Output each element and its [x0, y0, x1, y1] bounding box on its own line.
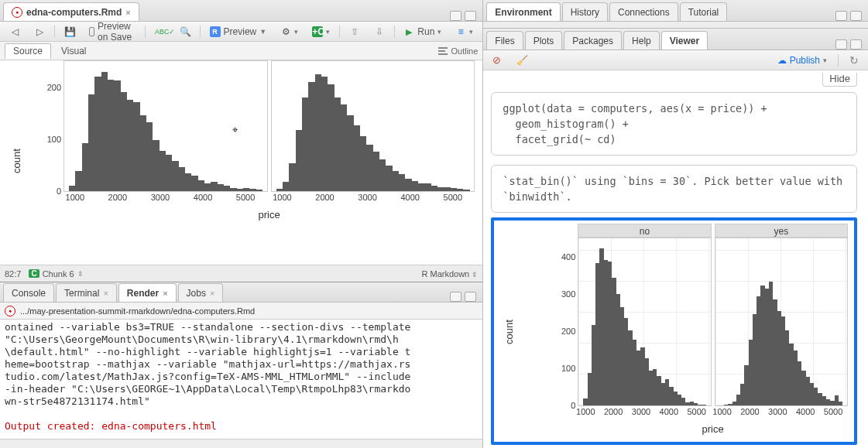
source-statusbar: 82:7 C Chunk 6 ⇕ R Markdown ⇕ — [0, 265, 482, 282]
save-icon: 💾 — [64, 26, 75, 37]
insert-chunk-button[interactable]: +C▾ — [307, 25, 335, 39]
render-output[interactable]: ontained --variable bs3=TRUE --standalon… — [0, 320, 482, 439]
tab-render[interactable]: Render× — [118, 283, 177, 302]
render-header: ● .../may-presentation-summit-rmarkdown/… — [0, 303, 482, 320]
close-icon[interactable]: × — [103, 289, 108, 298]
cursor-position: 82:7 — [5, 269, 21, 279]
knit-button[interactable]: R Preview ▼ — [205, 25, 272, 39]
broom-icon: 🧹 — [516, 55, 528, 66]
preview-on-save-toggle[interactable]: Preview on Save — [84, 19, 141, 44]
gear-icon: ⚙ — [280, 26, 291, 37]
checkbox-icon — [89, 27, 94, 36]
tab-environment[interactable]: Environment — [486, 2, 560, 21]
forward-button[interactable]: ▷ — [29, 25, 50, 39]
publish-source-button[interactable]: ≡▾ — [451, 25, 478, 39]
chevron-down-icon: ▼ — [259, 28, 266, 36]
tab-jobs[interactable]: Jobs× — [178, 283, 224, 302]
minimize-env-button[interactable] — [835, 11, 847, 21]
viewer-toolbar: ⊘ 🧹 ☁ Publish ▾ ↻ — [483, 50, 868, 70]
close-icon[interactable]: × — [163, 289, 167, 298]
maximize-console-button[interactable] — [465, 292, 476, 302]
viewer-tabstrip: Files Plots Packages Help Viewer — [483, 29, 868, 50]
tab-plots[interactable]: Plots — [525, 31, 563, 50]
tab-console[interactable]: Console — [3, 283, 54, 302]
render-path: .../may-presentation-summit-rmarkdown/ed… — [20, 306, 255, 316]
run-label: Run — [417, 26, 434, 37]
plus-chunk-icon: +C — [312, 26, 323, 37]
maximize-viewer-button[interactable] — [850, 39, 862, 50]
chunk-selector[interactable]: C Chunk 6 ⇕ — [29, 269, 83, 279]
publish-icon: ≡ — [455, 26, 466, 37]
run-icon: ▶ — [403, 26, 414, 37]
save-button[interactable]: 💾 — [60, 25, 80, 39]
file-tab[interactable]: ● edna-computers.Rmd × — [3, 2, 139, 21]
stop-icon: ⊘ — [492, 54, 501, 66]
editor-mode-tabs: Source Visual Outline — [0, 42, 482, 60]
tab-terminal[interactable]: Terminal× — [56, 283, 117, 302]
minimize-pane-button[interactable] — [450, 11, 461, 21]
spellcheck-icon: ABC✓ — [155, 26, 166, 37]
chevron-left-icon: ◁ — [9, 26, 20, 37]
close-icon[interactable]: × — [125, 8, 130, 17]
stop-button[interactable]: ⊘ — [488, 53, 506, 67]
file-tab-label: edna-computers.Rmd — [26, 7, 122, 18]
tab-connections[interactable]: Connections — [609, 2, 678, 21]
arrow-up-icon: ⇧ — [349, 26, 360, 37]
find-button[interactable]: 🔍 — [175, 25, 195, 39]
search-icon: 🔍 — [180, 26, 190, 37]
language-selector[interactable]: R Markdown ⇕ — [422, 269, 479, 279]
close-icon[interactable]: × — [210, 289, 214, 298]
chevron-right-icon: ▷ — [34, 26, 45, 37]
tab-help[interactable]: Help — [623, 31, 660, 50]
env-tabstrip: Environment History Connections Tutorial — [483, 0, 868, 22]
viewer-chart-output: countno010020030040010002000300040005000… — [491, 217, 857, 445]
tab-files[interactable]: Files — [486, 31, 523, 50]
outline-icon — [438, 47, 448, 55]
arrow-down-icon: ⇩ — [374, 26, 385, 37]
viewer-content[interactable]: Hide ggplot(data = computers, aes(x = pr… — [483, 70, 868, 448]
hide-button[interactable]: Hide — [822, 73, 857, 87]
console-scrollbar[interactable] — [0, 439, 482, 448]
publish-cloud-icon: ☁ — [777, 55, 787, 66]
spellcheck-button[interactable]: ABC✓ — [150, 25, 170, 39]
clear-button[interactable]: 🧹 — [512, 53, 533, 67]
back-button[interactable]: ◁ — [5, 25, 25, 39]
maximize-env-button[interactable] — [850, 11, 862, 21]
refresh-button[interactable]: ↻ — [845, 53, 863, 68]
tab-visual[interactable]: Visual — [53, 43, 94, 59]
maximize-pane-button[interactable] — [465, 11, 476, 21]
tab-history[interactable]: History — [562, 2, 608, 21]
viewer-code-block: ggplot(data = computers, aes(x = price))… — [491, 92, 857, 156]
viewer-message-block: `stat_bin()` using `bins = 30`. Pick bet… — [491, 165, 857, 213]
tab-packages[interactable]: Packages — [564, 31, 622, 50]
minimize-console-button[interactable] — [450, 292, 461, 302]
chunk-down-button[interactable]: ⇩ — [369, 25, 389, 39]
knit-label: Preview — [224, 26, 257, 37]
chunk-up-button[interactable]: ⇧ — [345, 25, 365, 39]
minimize-viewer-button[interactable] — [835, 39, 847, 50]
publish-button[interactable]: ☁ Publish ▾ — [773, 53, 832, 67]
tab-viewer[interactable]: Viewer — [661, 31, 708, 50]
console-tabstrip: Console Terminal× Render× Jobs× — [0, 282, 482, 303]
refresh-icon: ↻ — [849, 54, 859, 67]
tab-source[interactable]: Source — [5, 43, 51, 59]
knit-options-button[interactable]: ⚙▾ — [276, 25, 303, 39]
preview-on-save-label: Preview on Save — [98, 21, 136, 43]
outline-button[interactable]: Outline — [438, 46, 478, 56]
chunk-chip-icon: C — [29, 269, 39, 278]
run-button[interactable]: ▶ Run ▾ — [399, 25, 446, 39]
rmarkdown-icon: ● — [12, 7, 22, 18]
knit-icon: R — [210, 26, 221, 37]
source-toolbar: ◁ ▷ 💾 Preview on Save ABC✓ 🔍 R Preview ▼… — [0, 22, 482, 42]
tab-tutorial[interactable]: Tutorial — [680, 2, 728, 21]
source-tabstrip: ● edna-computers.Rmd × — [0, 0, 482, 22]
rmarkdown-icon: ● — [5, 306, 15, 316]
editor-body[interactable]: count01002001000200030004000500010002000… — [0, 60, 482, 265]
